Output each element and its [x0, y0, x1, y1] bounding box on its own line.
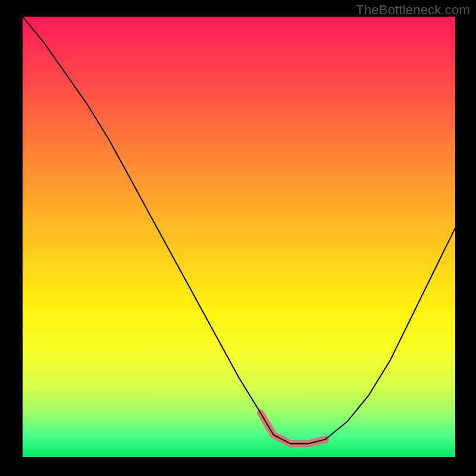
chart-area	[23, 17, 455, 457]
curve-main	[23, 17, 455, 444]
chart-svg	[23, 17, 455, 457]
watermark-text: TheBottleneck.com	[356, 2, 470, 18]
